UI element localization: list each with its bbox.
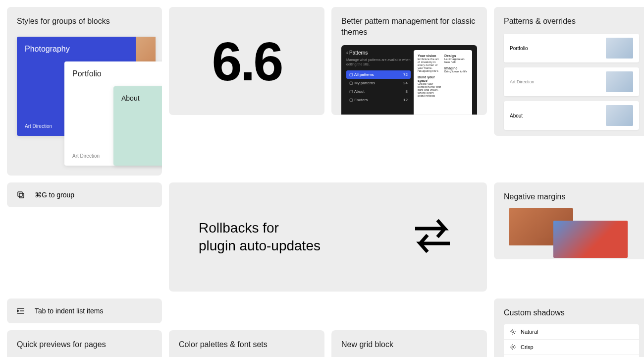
tip-label: ⌘G to group xyxy=(35,191,74,199)
style-card-title: About xyxy=(121,94,140,102)
svg-point-18 xyxy=(512,346,514,348)
copy-icon xyxy=(17,191,25,199)
svg-rect-0 xyxy=(18,192,22,196)
card-patterns-overrides: Patterns & overrides PortfolioArt Direct… xyxy=(494,7,644,136)
pattern-thumbnail xyxy=(606,105,633,126)
style-card-title: Photography xyxy=(25,45,70,53)
card-title: New grid block xyxy=(341,339,477,350)
card-pattern-management: Better pattern management for classic th… xyxy=(331,7,487,115)
patterns-sidebar-item[interactable]: ▢ My patterns24 xyxy=(346,79,411,87)
svg-line-24 xyxy=(514,349,515,350)
svg-line-14 xyxy=(511,330,512,331)
card-title: Better pattern management for classic th… xyxy=(341,16,477,38)
svg-line-17 xyxy=(514,330,515,331)
card-negative-margins: Negative margins xyxy=(494,182,644,259)
override-pattern-card[interactable]: About xyxy=(504,101,639,130)
shadow-preset-item[interactable]: Crisp xyxy=(504,340,639,355)
svg-point-9 xyxy=(512,331,514,333)
style-card-about: About xyxy=(113,86,162,166)
card-color-palettes: Color palettes & font sets Aa Aa xyxy=(169,330,324,357)
card-title: Custom shadows xyxy=(504,307,639,318)
card-title: Color palettes & font sets xyxy=(179,339,315,350)
svg-line-25 xyxy=(511,349,512,350)
shadow-preset-item[interactable]: Sharp xyxy=(504,355,639,357)
card-title: Quick previews for pages xyxy=(17,339,152,350)
patterns-canvas: Your visionEmbrace the art of creativity… xyxy=(414,50,472,115)
style-card-subtitle: Art Direction xyxy=(25,123,52,129)
indent-icon xyxy=(17,307,25,315)
card-custom-shadows: Custom shadows NaturalCrispSharpOutlined xyxy=(494,298,644,357)
version-number: 6.6 xyxy=(212,30,282,93)
style-card-title: Portfolio xyxy=(72,69,102,78)
svg-line-16 xyxy=(511,333,512,334)
card-title: Patterns & overrides xyxy=(504,16,639,27)
svg-line-15 xyxy=(514,333,515,334)
pattern-thumbnail xyxy=(606,71,633,92)
override-pattern-card[interactable]: Art Direction xyxy=(504,67,639,96)
svg-line-26 xyxy=(514,345,515,346)
card-rollbacks: Rollbacks forplugin auto-updates xyxy=(169,182,487,292)
card-version-number: 6.6 xyxy=(169,7,324,115)
rollbacks-title: Rollbacks forplugin auto-updates xyxy=(199,219,321,255)
patterns-sidebar: ‹ Patterns Manage what patterns are avai… xyxy=(346,50,411,115)
sidebar-heading: ‹ Patterns xyxy=(346,50,411,56)
style-card-subtitle: Art Direction xyxy=(72,153,100,159)
decorative-image xyxy=(553,221,628,258)
svg-line-23 xyxy=(511,345,512,346)
pattern-thumbnail xyxy=(606,38,633,59)
patterns-sidebar-item[interactable]: ▢ All patterns72 xyxy=(346,70,411,79)
tip-label: Tab to indent list items xyxy=(35,307,104,315)
tip-tab-indent: Tab to indent list items xyxy=(7,298,162,323)
swap-icon xyxy=(408,211,457,263)
card-title: Styles for groups of blocks xyxy=(17,16,152,27)
shadow-preset-list: NaturalCrispSharpOutlined xyxy=(504,324,639,357)
card-title: Negative margins xyxy=(504,191,639,202)
shadow-icon xyxy=(510,344,516,350)
card-quick-previews: Quick previews for pages Pages ⌕ AboutZo… xyxy=(7,330,162,357)
svg-rect-1 xyxy=(19,193,24,198)
overlapping-images xyxy=(504,208,639,253)
patterns-sidebar-item[interactable]: ▢ About8 xyxy=(346,87,411,96)
override-pattern-card[interactable]: Portfolio xyxy=(504,34,639,62)
tip-cmd-g-group: ⌘G to group xyxy=(7,182,162,207)
sidebar-hint: Manage what patterns are available when … xyxy=(346,58,411,66)
style-cards-stack: Photography Art Direction Portfolio Art … xyxy=(17,37,152,166)
shadow-icon xyxy=(510,329,516,335)
pattern-editor-preview: ‹ Patterns Manage what patterns are avai… xyxy=(341,45,477,115)
shadow-preset-item[interactable]: Natural xyxy=(504,324,639,340)
patterns-sidebar-item[interactable]: ▢ Footers12 xyxy=(346,96,411,104)
card-styles-for-groups: Styles for groups of blocks Photography … xyxy=(7,7,162,176)
card-new-grid-block: New grid block xyxy=(331,330,487,357)
